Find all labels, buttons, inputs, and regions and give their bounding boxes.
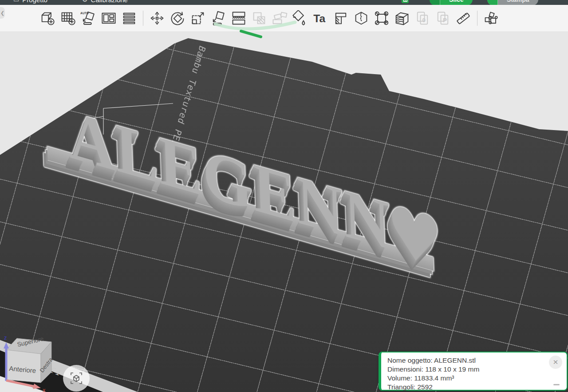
slice-button-label[interactable]: Slice (440, 0, 473, 5)
lay-on-face-icon[interactable] (208, 7, 229, 29)
toolbar-separator (143, 11, 143, 26)
toolbar-separator (477, 11, 477, 26)
object-name: Nome oggetto: ALEGENN.stl (387, 356, 560, 365)
tab-project-label: Progetto (22, 0, 47, 4)
project-icon: ▭ (13, 0, 19, 3)
minimize-handle[interactable] (553, 384, 560, 385)
print-button-label[interactable]: Stampa (498, 0, 538, 5)
object-triangles: Triangoli: 2592 (387, 383, 560, 392)
text-tool-icon[interactable]: Ta (310, 7, 331, 29)
main-toolbar: ❮ AUTO Ta (0, 5, 568, 32)
objects-list-icon[interactable] (119, 7, 139, 29)
object-info-panel: Nome oggetto: ALEGENN.stl Dimensioni: 11… (379, 352, 568, 391)
assemble-icon[interactable] (481, 7, 501, 29)
doc-p-label: P (443, 17, 447, 24)
add-plate-icon[interactable] (58, 7, 78, 29)
scale-icon[interactable] (188, 7, 208, 29)
x-axis-label: x (43, 387, 46, 392)
view-cube-icon (69, 371, 84, 386)
text-tool-label: Ta (313, 12, 325, 24)
slice-options-segment[interactable] (430, 0, 440, 5)
move-icon[interactable] (147, 7, 167, 29)
object-volume: Volume: 11833.4 mm³ (387, 374, 560, 383)
title-bar: ▭ Progetto ⚙ Calibrazione Slice Stampa (0, 0, 568, 5)
tab-project[interactable]: ▭ Progetto (13, 0, 47, 5)
doc-zero-label: 0 (422, 17, 426, 24)
gear-icon: ⚙ (82, 0, 88, 3)
doc-zero-icon: 0 (412, 7, 433, 29)
tab-calibration-label: Calibrazione (91, 0, 128, 4)
seam-icon[interactable] (351, 7, 371, 29)
slice-split-button[interactable]: Slice (430, 0, 473, 5)
z-axis-label: z (4, 334, 7, 341)
close-icon[interactable]: ✕ (549, 356, 562, 369)
auto-arrange-icon[interactable]: AUTO (78, 7, 99, 29)
device-grid-icon (402, 0, 409, 3)
paint-icon[interactable] (290, 7, 310, 29)
doc-p-icon: P (433, 7, 453, 29)
arrange-plates-icon[interactable] (99, 7, 119, 29)
support-icon[interactable] (331, 7, 351, 29)
reset-view-button[interactable] (63, 365, 90, 392)
measure-icon[interactable] (453, 7, 473, 29)
stack-objects-icon (269, 7, 290, 29)
merge-icon (249, 7, 269, 29)
print-options-segment[interactable] (487, 0, 498, 5)
variable-layer-height-icon[interactable] (392, 7, 412, 29)
viewport-3d[interactable]: Bambu Textured PEI Plate PEI ALEGENN♥ (0, 32, 568, 392)
add-object-icon[interactable] (37, 7, 58, 29)
sidebar-collapse-handle[interactable]: ❮ (0, 7, 5, 19)
print-split-button[interactable]: Stampa (487, 0, 538, 5)
heart-shape: ♥ (386, 189, 445, 285)
device-status[interactable] (402, 0, 409, 5)
object-dimensions: Dimensioni: 118 x 10 x 19 mm (387, 365, 560, 374)
rotate-icon[interactable] (167, 7, 188, 29)
tab-calibration[interactable]: ⚙ Calibrazione (82, 0, 128, 5)
mesh-edit-icon[interactable] (371, 7, 392, 29)
cut-icon[interactable] (229, 7, 249, 29)
